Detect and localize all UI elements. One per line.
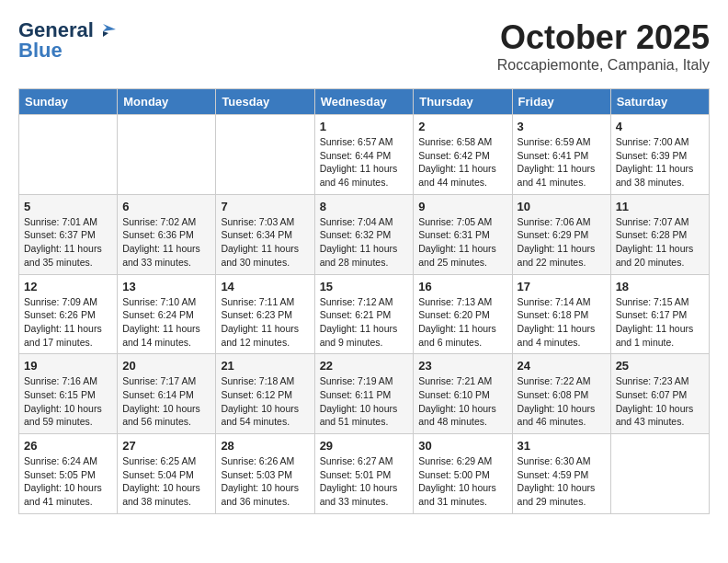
day-info: Sunrise: 6:24 AM Sunset: 5:05 PM Dayligh… [24, 454, 112, 509]
calendar-cell: 25Sunrise: 7:23 AM Sunset: 6:07 PM Dayli… [610, 354, 709, 434]
day-info: Sunrise: 7:19 AM Sunset: 6:11 PM Dayligh… [320, 374, 409, 429]
calendar-cell: 18Sunrise: 7:15 AM Sunset: 6:17 PM Dayli… [610, 274, 709, 354]
day-number: 23 [418, 359, 506, 373]
calendar-cell: 21Sunrise: 7:18 AM Sunset: 6:12 PM Dayli… [216, 354, 314, 434]
day-info: Sunrise: 7:12 AM Sunset: 6:21 PM Dayligh… [320, 295, 409, 350]
day-info: Sunrise: 7:02 AM Sunset: 6:36 PM Dayligh… [122, 215, 210, 270]
day-of-week-header: Sunday [19, 89, 118, 115]
calendar-cell: 26Sunrise: 6:24 AM Sunset: 5:05 PM Dayli… [19, 434, 118, 514]
day-number: 16 [418, 280, 506, 293]
calendar-cell: 29Sunrise: 6:27 AM Sunset: 5:01 PM Dayli… [314, 434, 414, 514]
day-number: 9 [418, 200, 506, 213]
calendar-cell: 17Sunrise: 7:14 AM Sunset: 6:18 PM Dayli… [512, 274, 610, 354]
day-info: Sunrise: 7:18 AM Sunset: 6:12 PM Dayligh… [221, 374, 309, 429]
calendar-cell: 24Sunrise: 7:22 AM Sunset: 6:08 PM Dayli… [512, 354, 610, 434]
day-number: 20 [122, 359, 210, 373]
day-number: 14 [221, 280, 309, 293]
day-number: 10 [518, 200, 606, 213]
day-number: 28 [221, 439, 309, 453]
calendar-week-row: 1Sunrise: 6:57 AM Sunset: 6:44 PM Daylig… [19, 115, 710, 195]
day-number: 5 [24, 200, 112, 213]
calendar-cell: 30Sunrise: 6:29 AM Sunset: 5:00 PM Dayli… [414, 434, 512, 514]
svg-marker-0 [103, 24, 116, 31]
calendar-cell: 13Sunrise: 7:10 AM Sunset: 6:24 PM Dayli… [118, 274, 216, 354]
logo-bird-icon [96, 22, 116, 39]
day-info: Sunrise: 7:13 AM Sunset: 6:20 PM Dayligh… [418, 295, 506, 350]
day-number: 27 [122, 439, 210, 453]
calendar-cell: 20Sunrise: 7:17 AM Sunset: 6:14 PM Dayli… [118, 354, 216, 434]
calendar-cell: 19Sunrise: 7:16 AM Sunset: 6:15 PM Dayli… [19, 354, 118, 434]
calendar-cell: 6Sunrise: 7:02 AM Sunset: 6:36 PM Daylig… [118, 194, 216, 274]
calendar-cell [610, 434, 709, 514]
calendar-cell: 10Sunrise: 7:06 AM Sunset: 6:29 PM Dayli… [512, 194, 610, 274]
page-header: General Blue October 2025 Roccapiemonte,… [18, 18, 710, 74]
calendar-table: SundayMondayTuesdayWednesdayThursdayFrid… [18, 88, 710, 514]
calendar-cell: 14Sunrise: 7:11 AM Sunset: 6:23 PM Dayli… [216, 274, 314, 354]
day-info: Sunrise: 7:01 AM Sunset: 6:37 PM Dayligh… [24, 215, 112, 270]
day-info: Sunrise: 7:07 AM Sunset: 6:28 PM Dayligh… [616, 215, 704, 270]
day-info: Sunrise: 7:10 AM Sunset: 6:24 PM Dayligh… [122, 295, 210, 350]
day-info: Sunrise: 6:26 AM Sunset: 5:03 PM Dayligh… [221, 454, 309, 509]
calendar-cell: 28Sunrise: 6:26 AM Sunset: 5:03 PM Dayli… [216, 434, 314, 514]
month-title: October 2025 [497, 18, 710, 57]
day-number: 1 [320, 120, 409, 133]
calendar-cell [216, 115, 314, 195]
day-number: 4 [616, 120, 704, 133]
day-of-week-header: Thursday [414, 89, 512, 115]
day-number: 19 [24, 359, 112, 373]
day-number: 13 [122, 280, 210, 293]
calendar-week-row: 5Sunrise: 7:01 AM Sunset: 6:37 PM Daylig… [19, 194, 710, 274]
calendar-cell: 7Sunrise: 7:03 AM Sunset: 6:34 PM Daylig… [216, 194, 314, 274]
calendar-cell: 1Sunrise: 6:57 AM Sunset: 6:44 PM Daylig… [314, 115, 414, 195]
day-number: 24 [518, 359, 606, 373]
svg-marker-1 [103, 31, 108, 37]
day-of-week-header: Saturday [610, 89, 709, 115]
day-info: Sunrise: 7:11 AM Sunset: 6:23 PM Dayligh… [221, 295, 309, 350]
day-number: 21 [221, 359, 309, 373]
day-info: Sunrise: 7:04 AM Sunset: 6:32 PM Dayligh… [320, 215, 409, 270]
day-info: Sunrise: 7:15 AM Sunset: 6:17 PM Dayligh… [616, 295, 704, 350]
calendar-week-row: 19Sunrise: 7:16 AM Sunset: 6:15 PM Dayli… [19, 354, 710, 434]
calendar-week-row: 26Sunrise: 6:24 AM Sunset: 5:05 PM Dayli… [19, 434, 710, 514]
day-number: 25 [616, 359, 704, 373]
day-info: Sunrise: 7:16 AM Sunset: 6:15 PM Dayligh… [24, 374, 112, 429]
day-number: 15 [320, 280, 409, 293]
calendar-cell: 4Sunrise: 7:00 AM Sunset: 6:39 PM Daylig… [610, 115, 709, 195]
calendar-cell: 8Sunrise: 7:04 AM Sunset: 6:32 PM Daylig… [314, 194, 414, 274]
title-area: October 2025 Roccapiemonte, Campania, It… [497, 18, 710, 74]
day-info: Sunrise: 7:14 AM Sunset: 6:18 PM Dayligh… [518, 295, 606, 350]
day-number: 7 [221, 200, 309, 213]
location-subtitle: Roccapiemonte, Campania, Italy [497, 57, 710, 74]
day-number: 17 [518, 280, 606, 293]
day-info: Sunrise: 7:06 AM Sunset: 6:29 PM Dayligh… [518, 215, 606, 270]
day-info: Sunrise: 7:21 AM Sunset: 6:10 PM Dayligh… [418, 374, 506, 429]
day-number: 6 [122, 200, 210, 213]
calendar-cell: 11Sunrise: 7:07 AM Sunset: 6:28 PM Dayli… [610, 194, 709, 274]
day-of-week-header: Monday [118, 89, 216, 115]
day-info: Sunrise: 6:29 AM Sunset: 5:00 PM Dayligh… [418, 454, 506, 509]
day-number: 30 [418, 439, 506, 453]
calendar-header-row: SundayMondayTuesdayWednesdayThursdayFrid… [19, 89, 710, 115]
day-info: Sunrise: 7:09 AM Sunset: 6:26 PM Dayligh… [24, 295, 112, 350]
day-info: Sunrise: 6:30 AM Sunset: 4:59 PM Dayligh… [518, 454, 606, 509]
day-number: 29 [320, 439, 409, 453]
day-number: 2 [418, 120, 506, 133]
day-number: 26 [24, 439, 112, 453]
calendar-cell: 31Sunrise: 6:30 AM Sunset: 4:59 PM Dayli… [512, 434, 610, 514]
day-info: Sunrise: 6:57 AM Sunset: 6:44 PM Dayligh… [320, 135, 409, 190]
day-number: 18 [616, 280, 704, 293]
calendar-cell: 3Sunrise: 6:59 AM Sunset: 6:41 PM Daylig… [512, 115, 610, 195]
day-info: Sunrise: 7:23 AM Sunset: 6:07 PM Dayligh… [616, 374, 704, 429]
calendar-cell: 9Sunrise: 7:05 AM Sunset: 6:31 PM Daylig… [414, 194, 512, 274]
day-of-week-header: Wednesday [314, 89, 414, 115]
day-number: 31 [518, 439, 606, 453]
day-info: Sunrise: 7:00 AM Sunset: 6:39 PM Dayligh… [616, 135, 704, 190]
calendar-cell [118, 115, 216, 195]
day-of-week-header: Tuesday [216, 89, 314, 115]
day-info: Sunrise: 7:17 AM Sunset: 6:14 PM Dayligh… [122, 374, 210, 429]
calendar-cell: 23Sunrise: 7:21 AM Sunset: 6:10 PM Dayli… [414, 354, 512, 434]
day-info: Sunrise: 6:25 AM Sunset: 5:04 PM Dayligh… [122, 454, 210, 509]
logo-blue: Blue [18, 39, 63, 63]
day-number: 3 [518, 120, 606, 133]
logo: General Blue [18, 18, 116, 63]
